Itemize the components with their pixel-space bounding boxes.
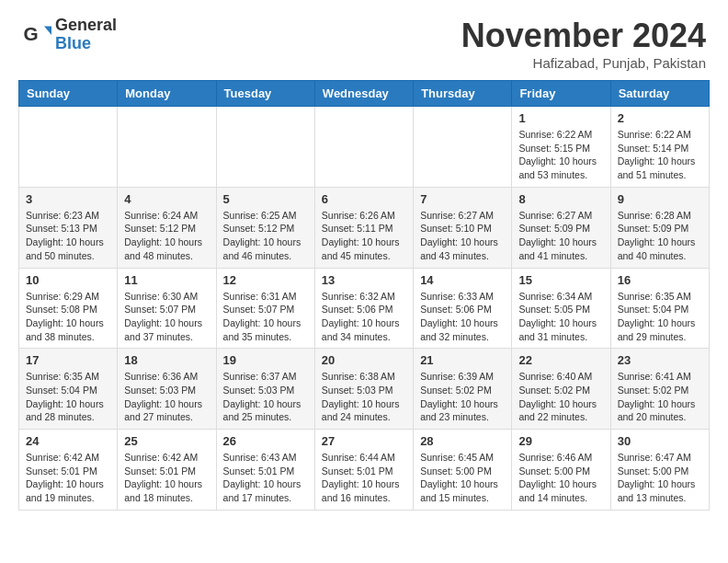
calendar-week-1: 1Sunrise: 6:22 AM Sunset: 5:15 PM Daylig… — [19, 107, 710, 188]
day-info: Sunrise: 6:38 AM Sunset: 5:03 PM Dayligh… — [322, 370, 406, 424]
calendar-cell — [314, 107, 413, 188]
calendar-cell: 7Sunrise: 6:27 AM Sunset: 5:10 PM Daylig… — [414, 187, 512, 268]
day-number: 17 — [26, 353, 110, 367]
day-number: 25 — [124, 434, 209, 448]
calendar-cell: 28Sunrise: 6:45 AM Sunset: 5:00 PM Dayli… — [414, 430, 512, 511]
day-number: 2 — [618, 111, 702, 125]
day-info: Sunrise: 6:36 AM Sunset: 5:03 PM Dayligh… — [124, 370, 209, 424]
day-info: Sunrise: 6:44 AM Sunset: 5:01 PM Dayligh… — [322, 451, 406, 505]
location: Hafizabad, Punjab, Pakistan — [461, 55, 706, 71]
weekday-header-thursday: Thursday — [414, 81, 512, 107]
day-info: Sunrise: 6:30 AM Sunset: 5:07 PM Dayligh… — [124, 290, 209, 344]
day-info: Sunrise: 6:33 AM Sunset: 5:06 PM Dayligh… — [420, 290, 505, 344]
day-info: Sunrise: 6:43 AM Sunset: 5:01 PM Dayligh… — [223, 451, 308, 505]
calendar-week-5: 24Sunrise: 6:42 AM Sunset: 5:01 PM Dayli… — [19, 430, 710, 511]
calendar-cell: 17Sunrise: 6:35 AM Sunset: 5:04 PM Dayli… — [19, 349, 118, 430]
day-info: Sunrise: 6:41 AM Sunset: 5:02 PM Dayligh… — [618, 370, 702, 424]
day-number: 23 — [618, 353, 702, 367]
calendar-cell: 30Sunrise: 6:47 AM Sunset: 5:00 PM Dayli… — [610, 430, 709, 511]
day-number: 14 — [420, 273, 505, 287]
calendar-wrapper: SundayMondayTuesdayWednesdayThursdayFrid… — [0, 80, 728, 520]
day-number: 13 — [322, 273, 406, 287]
day-info: Sunrise: 6:23 AM Sunset: 5:13 PM Dayligh… — [26, 209, 110, 263]
logo-general: General — [55, 17, 117, 35]
day-number: 1 — [518, 111, 603, 125]
svg-marker-1 — [44, 26, 51, 35]
day-number: 10 — [26, 273, 110, 287]
calendar-cell: 22Sunrise: 6:40 AM Sunset: 5:02 PM Dayli… — [512, 349, 610, 430]
calendar-cell: 9Sunrise: 6:28 AM Sunset: 5:09 PM Daylig… — [610, 187, 709, 268]
day-number: 16 — [618, 273, 702, 287]
calendar-week-3: 10Sunrise: 6:29 AM Sunset: 5:08 PM Dayli… — [19, 268, 710, 349]
day-info: Sunrise: 6:24 AM Sunset: 5:12 PM Dayligh… — [124, 209, 209, 263]
calendar-cell: 21Sunrise: 6:39 AM Sunset: 5:02 PM Dayli… — [414, 349, 512, 430]
page-header: G General Blue November 2024 Hafizabad, … — [0, 0, 728, 80]
calendar-cell: 14Sunrise: 6:33 AM Sunset: 5:06 PM Dayli… — [414, 268, 512, 349]
day-info: Sunrise: 6:22 AM Sunset: 5:14 PM Dayligh… — [618, 128, 702, 182]
day-info: Sunrise: 6:28 AM Sunset: 5:09 PM Dayligh… — [618, 209, 702, 263]
calendar-cell — [414, 107, 512, 188]
weekday-header-sunday: Sunday — [19, 81, 118, 107]
svg-text:G: G — [24, 23, 39, 44]
day-info: Sunrise: 6:45 AM Sunset: 5:00 PM Dayligh… — [420, 451, 505, 505]
day-number: 15 — [518, 273, 603, 287]
calendar-cell — [216, 107, 314, 188]
day-number: 24 — [26, 434, 110, 448]
weekday-header-wednesday: Wednesday — [314, 81, 413, 107]
weekday-header-monday: Monday — [118, 81, 216, 107]
calendar-cell: 25Sunrise: 6:42 AM Sunset: 5:01 PM Dayli… — [118, 430, 216, 511]
day-info: Sunrise: 6:35 AM Sunset: 5:04 PM Dayligh… — [618, 290, 702, 344]
calendar-cell: 19Sunrise: 6:37 AM Sunset: 5:03 PM Dayli… — [216, 349, 314, 430]
calendar-cell: 8Sunrise: 6:27 AM Sunset: 5:09 PM Daylig… — [512, 187, 610, 268]
day-info: Sunrise: 6:26 AM Sunset: 5:11 PM Dayligh… — [322, 209, 406, 263]
day-info: Sunrise: 6:39 AM Sunset: 5:02 PM Dayligh… — [420, 370, 505, 424]
calendar-cell: 24Sunrise: 6:42 AM Sunset: 5:01 PM Dayli… — [19, 430, 118, 511]
day-number: 27 — [322, 434, 406, 448]
day-number: 30 — [618, 434, 702, 448]
calendar-cell: 23Sunrise: 6:41 AM Sunset: 5:02 PM Dayli… — [610, 349, 709, 430]
calendar-cell: 26Sunrise: 6:43 AM Sunset: 5:01 PM Dayli… — [216, 430, 314, 511]
calendar-cell: 13Sunrise: 6:32 AM Sunset: 5:06 PM Dayli… — [314, 268, 413, 349]
day-info: Sunrise: 6:27 AM Sunset: 5:10 PM Dayligh… — [420, 209, 505, 263]
calendar-cell: 3Sunrise: 6:23 AM Sunset: 5:13 PM Daylig… — [19, 187, 118, 268]
day-number: 11 — [124, 273, 209, 287]
day-number: 3 — [26, 192, 110, 206]
calendar-cell: 12Sunrise: 6:31 AM Sunset: 5:07 PM Dayli… — [216, 268, 314, 349]
day-info: Sunrise: 6:42 AM Sunset: 5:01 PM Dayligh… — [26, 451, 110, 505]
day-number: 12 — [223, 273, 308, 287]
logo-blue: Blue — [55, 35, 117, 53]
calendar-cell: 1Sunrise: 6:22 AM Sunset: 5:15 PM Daylig… — [512, 107, 610, 188]
weekday-header-row: SundayMondayTuesdayWednesdayThursdayFrid… — [19, 81, 710, 107]
day-info: Sunrise: 6:27 AM Sunset: 5:09 PM Dayligh… — [518, 209, 603, 263]
day-number: 21 — [420, 353, 505, 367]
calendar-body: 1Sunrise: 6:22 AM Sunset: 5:15 PM Daylig… — [19, 107, 710, 511]
day-info: Sunrise: 6:32 AM Sunset: 5:06 PM Dayligh… — [322, 290, 406, 344]
day-number: 26 — [223, 434, 308, 448]
calendar-week-4: 17Sunrise: 6:35 AM Sunset: 5:04 PM Dayli… — [19, 349, 710, 430]
calendar-cell: 2Sunrise: 6:22 AM Sunset: 5:14 PM Daylig… — [610, 107, 709, 188]
day-number: 20 — [322, 353, 406, 367]
day-info: Sunrise: 6:31 AM Sunset: 5:07 PM Dayligh… — [223, 290, 308, 344]
calendar-cell — [19, 107, 118, 188]
day-info: Sunrise: 6:35 AM Sunset: 5:04 PM Dayligh… — [26, 370, 110, 424]
calendar-cell: 27Sunrise: 6:44 AM Sunset: 5:01 PM Dayli… — [314, 430, 413, 511]
calendar-header: SundayMondayTuesdayWednesdayThursdayFrid… — [19, 81, 710, 107]
day-info: Sunrise: 6:46 AM Sunset: 5:00 PM Dayligh… — [518, 451, 603, 505]
day-number: 18 — [124, 353, 209, 367]
calendar-cell: 10Sunrise: 6:29 AM Sunset: 5:08 PM Dayli… — [19, 268, 118, 349]
day-number: 9 — [618, 192, 702, 206]
calendar-cell: 11Sunrise: 6:30 AM Sunset: 5:07 PM Dayli… — [118, 268, 216, 349]
day-number: 22 — [518, 353, 603, 367]
day-number: 4 — [124, 192, 209, 206]
day-number: 19 — [223, 353, 308, 367]
weekday-header-saturday: Saturday — [610, 81, 709, 107]
logo: G General Blue — [22, 17, 117, 53]
day-info: Sunrise: 6:42 AM Sunset: 5:01 PM Dayligh… — [124, 451, 209, 505]
day-number: 5 — [223, 192, 308, 206]
day-info: Sunrise: 6:40 AM Sunset: 5:02 PM Dayligh… — [518, 370, 603, 424]
calendar-week-2: 3Sunrise: 6:23 AM Sunset: 5:13 PM Daylig… — [19, 187, 710, 268]
weekday-header-friday: Friday — [512, 81, 610, 107]
title-block: November 2024 Hafizabad, Punjab, Pakista… — [461, 17, 706, 71]
calendar-cell: 18Sunrise: 6:36 AM Sunset: 5:03 PM Dayli… — [118, 349, 216, 430]
calendar-cell: 5Sunrise: 6:25 AM Sunset: 5:12 PM Daylig… — [216, 187, 314, 268]
